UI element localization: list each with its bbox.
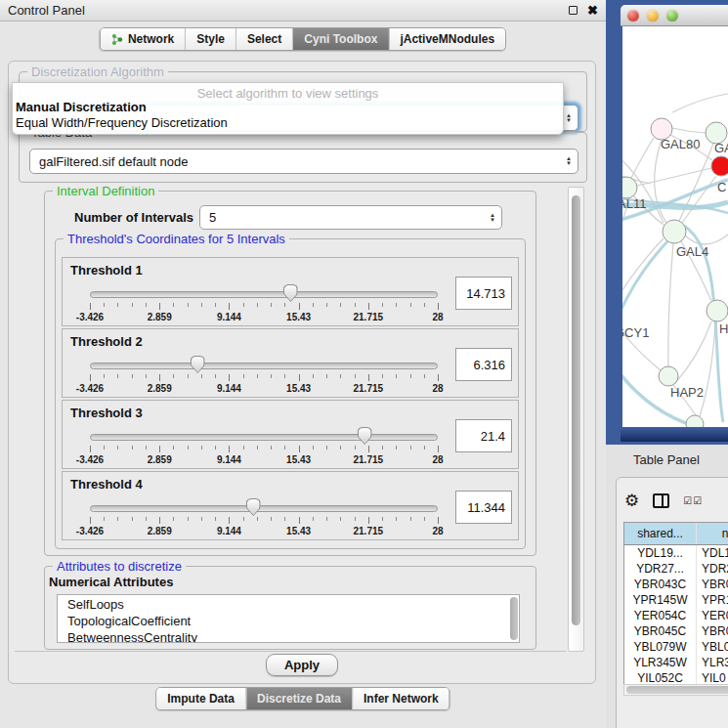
network-window: GAL80GALCGAL11GAL4GCY1HHAP2 <box>621 5 728 442</box>
threshold-label: Threshold 3 <box>70 406 143 420</box>
scrollbar-thumb[interactable] <box>626 686 728 694</box>
slider-track[interactable] <box>90 434 438 441</box>
slider-handle[interactable] <box>283 284 298 302</box>
table-data-combobox[interactable]: galFiltered.sif default node ▲▼ <box>29 149 578 174</box>
network-node-label[interactable]: GAL11 <box>622 196 647 211</box>
tab-network[interactable]: Network <box>101 28 185 50</box>
column-header[interactable]: shared... <box>624 523 697 544</box>
threshold-value-field[interactable]: 11.344 <box>455 491 512 524</box>
zoom-traffic-light-icon[interactable] <box>666 10 678 21</box>
table-row[interactable]: YER054CYER0 <box>624 608 728 623</box>
horizontal-scrollbar[interactable] <box>623 684 728 696</box>
table-cell: YBR0 <box>697 623 728 639</box>
tab-infer-network[interactable]: Infer Network <box>352 688 450 709</box>
tick-mark <box>173 303 174 307</box>
tab-select[interactable]: Select <box>236 28 292 50</box>
network-node-label[interactable]: GAL <box>714 141 728 155</box>
network-node[interactable] <box>711 156 728 176</box>
table-row[interactable]: YIL052CYIL0 <box>624 670 728 685</box>
network-node-label[interactable]: GCY1 <box>622 325 649 340</box>
table-row[interactable]: YDR27...YDR2 <box>624 561 728 577</box>
threshold-panel: Threshold 4-3.4262.8599.14415.4321.71528… <box>62 471 519 540</box>
tab-jactivemnodules[interactable]: jActiveMNodules <box>388 28 505 50</box>
list-item[interactable]: BetweennessCentrality <box>58 628 519 643</box>
network-node-label[interactable]: GAL4 <box>676 244 708 259</box>
tab-cyni-toolbox[interactable]: Cyni Toolbox <box>292 28 388 50</box>
columns-icon[interactable] <box>653 493 669 508</box>
slider-handle[interactable] <box>191 356 205 373</box>
slider[interactable]: -3.4262.8599.14415.4321.71528 <box>90 283 438 324</box>
tick-mark <box>271 303 272 307</box>
attributes-listbox[interactable]: SelfLoopsTopologicalCoefficientBetweenne… <box>57 594 520 643</box>
threshold-panel: Threshold 1-3.4262.8599.14415.4321.71528… <box>62 257 519 326</box>
slider-handle-face <box>359 428 371 444</box>
tab-style[interactable]: Style <box>185 28 236 50</box>
dropdown-placeholder-option[interactable]: Select algorithm to view settings <box>13 83 563 100</box>
network-node-label[interactable]: C <box>717 180 726 194</box>
table-row[interactable]: YPR145WYPR1 <box>624 592 728 608</box>
threshold-value-field[interactable]: 21.4 <box>455 419 512 452</box>
tick-mark <box>215 446 216 450</box>
network-node[interactable] <box>659 366 678 386</box>
slider[interactable]: -3.4262.8599.14415.4321.71528 <box>90 426 438 467</box>
tick-mark <box>299 446 300 452</box>
table-row[interactable]: YBR045CYBR0 <box>624 623 728 639</box>
slider-track[interactable] <box>90 363 438 369</box>
tick-mark <box>284 517 285 521</box>
tick-mark <box>438 517 439 524</box>
table-row[interactable]: YBL079WYBL0 <box>624 639 728 655</box>
scale-label: 28 <box>432 454 443 465</box>
network-node[interactable] <box>686 415 704 427</box>
table-row[interactable]: YLR345WYLR3 <box>624 655 728 670</box>
float-window-icon[interactable] <box>569 6 578 15</box>
list-item[interactable]: TopologicalCoefficient <box>58 612 519 628</box>
network-node[interactable] <box>707 300 728 321</box>
list-item[interactable]: SelfLoops <box>58 595 519 612</box>
network-node-label[interactable]: HAP2 <box>670 385 704 400</box>
close-icon[interactable]: ✖ <box>587 4 598 17</box>
network-node-label[interactable]: H <box>719 321 728 336</box>
network-window-titlebar[interactable] <box>621 5 728 26</box>
dropdown-option[interactable]: Equal Width/Frequency Discretization <box>13 115 563 131</box>
tick-mark <box>271 374 272 378</box>
slider[interactable]: -3.4262.8599.14415.4321.71528 <box>90 497 438 538</box>
list-scrollbar[interactable] <box>510 597 518 640</box>
vertical-scrollbar[interactable] <box>568 187 584 652</box>
column-header[interactable]: na <box>697 523 728 544</box>
table-toolbar: ⚙ ☑☑ <box>624 486 728 515</box>
close-traffic-light-icon[interactable] <box>627 10 639 21</box>
scale-label: -3.426 <box>76 312 104 322</box>
network-node[interactable] <box>663 220 686 243</box>
tab-impute-data[interactable]: Impute Data <box>156 688 245 709</box>
threshold-panel: Threshold 3-3.4262.8599.14415.4321.71528… <box>62 400 519 469</box>
tab-discretize-data[interactable]: Discretize Data <box>245 688 352 709</box>
tick-mark <box>117 374 118 378</box>
scrollbar-thumb[interactable] <box>572 195 580 625</box>
gear-icon[interactable]: ⚙ <box>624 492 639 509</box>
dropdown-option[interactable]: Manual Discretization <box>13 100 563 115</box>
tab-label: Cyni Toolbox <box>304 32 377 46</box>
slider-track[interactable] <box>90 505 438 512</box>
tick-mark <box>188 446 189 450</box>
minimize-traffic-light-icon[interactable] <box>647 10 659 21</box>
table-cell: YDL19... <box>624 545 697 561</box>
tab-label: Discretize Data <box>257 692 341 706</box>
number-of-intervals-combobox[interactable]: 5 ▲▼ <box>199 205 502 230</box>
slider-handle[interactable] <box>246 498 261 516</box>
table-row[interactable]: YBR043CYBR0 <box>624 577 728 592</box>
apply-button[interactable]: Apply <box>266 654 338 676</box>
table-row[interactable]: YDL19...YDL1 <box>624 545 728 561</box>
slider-handle[interactable] <box>358 427 372 445</box>
network-canvas[interactable]: GAL80GALCGAL11GAL4GCY1HHAP2 <box>622 26 728 427</box>
group-title: Interval Definition <box>53 187 158 198</box>
tick-mark <box>90 517 91 524</box>
network-node-label[interactable]: GAL80 <box>661 137 700 151</box>
slider[interactable]: -3.4262.8599.14415.4321.71528 <box>90 355 438 396</box>
tick-mark <box>173 374 174 378</box>
slider-track[interactable] <box>90 291 438 298</box>
threshold-value-field[interactable]: 14.713 <box>455 277 512 310</box>
threshold-value-field[interactable]: 6.316 <box>455 348 512 381</box>
checkbox-icons[interactable]: ☑☑ <box>683 495 703 506</box>
tick-mark <box>424 517 425 521</box>
node-table[interactable]: shared...naYDL19...YDL1YDR27...YDR2YBR04… <box>623 522 728 685</box>
